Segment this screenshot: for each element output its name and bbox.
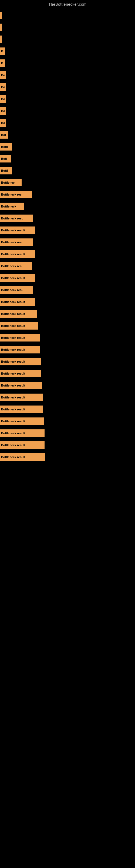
bar-label: Bottleneck res	[0, 262, 32, 270]
bar-row: Bottleneck	[0, 201, 135, 212]
bar-label: Bottleneck result	[0, 250, 35, 258]
bar-row: Bottleneck result	[0, 297, 135, 307]
bar-row: Bottleneck result	[0, 368, 135, 379]
bar-label: B	[0, 59, 5, 67]
bar-row: Bottl	[0, 165, 135, 176]
bar-label: Bottleneck result	[0, 226, 35, 234]
bar-row: Bottleneck result	[0, 333, 135, 343]
bar-label: Bottleneck result	[0, 274, 35, 282]
bar-row: Bo	[0, 82, 135, 92]
bar-row: Bo	[0, 106, 135, 116]
bar-label: Bo	[0, 119, 6, 127]
bar-label: Bottleneck result	[0, 310, 37, 318]
bar-row: Bot	[0, 130, 135, 140]
bar-label: Bottleneck res	[0, 191, 32, 198]
bar-label	[0, 12, 2, 19]
bar-row: Bottleneck resu	[0, 285, 135, 295]
bar-row: Bo	[0, 118, 135, 128]
bar-label: Bottleneck result	[0, 322, 38, 330]
bar-label: Bottleneck result	[0, 358, 41, 365]
bar-row: Bottleneck result	[0, 428, 135, 438]
bar-row: Bo	[0, 70, 135, 80]
bar-label: Bottleneck result	[0, 346, 40, 353]
bar-row: Bottleneck result	[0, 356, 135, 367]
site-title: TheBottlenecker.com	[0, 0, 135, 8]
bar-row	[0, 22, 135, 33]
bar-label: Bott	[0, 155, 11, 162]
bars-container: BBBoBoBoBoBoBotBottlBottBottlBottlenecBo…	[0, 8, 135, 464]
bar-label: Bottleneck resu	[0, 286, 33, 294]
bar-row: Bo	[0, 94, 135, 104]
bar-row: B	[0, 58, 135, 68]
bar-row	[0, 10, 135, 21]
bar-row: Bottleneck result	[0, 321, 135, 331]
bar-label: B	[0, 48, 5, 55]
bar-row: Bottl	[0, 142, 135, 152]
bar-row: Bottleneck result	[0, 249, 135, 259]
bar-row: Bottleneck result	[0, 440, 135, 450]
bar-row	[0, 34, 135, 44]
bar-label: Bottlenec	[0, 179, 21, 186]
bar-label: Bottleneck resu	[0, 239, 33, 246]
bar-row: Bottleneck result	[0, 309, 135, 319]
bar-label: Bottleneck result	[0, 382, 42, 389]
bar-label: Bottleneck result	[0, 370, 41, 377]
bar-label	[0, 35, 2, 43]
bar-label: Bo	[0, 71, 6, 79]
bar-row: Bottleneck result	[0, 416, 135, 426]
bar-label: Bottleneck result	[0, 334, 40, 341]
bar-label: Bottleneck result	[0, 429, 45, 437]
bar-row: Bottleneck result	[0, 273, 135, 283]
bar-label: Bottleneck resu	[0, 215, 33, 222]
bar-label	[0, 24, 2, 31]
bar-row: Bottlenec	[0, 177, 135, 188]
bar-row: B	[0, 46, 135, 56]
bar-label: Bottleneck result	[0, 298, 35, 306]
bar-label: Bottleneck result	[0, 417, 44, 425]
bar-row: Bottleneck result	[0, 452, 135, 462]
bar-row: Bottleneck res	[0, 261, 135, 271]
bar-label: Bottl	[0, 143, 12, 151]
bar-row: Bottleneck result	[0, 344, 135, 355]
bar-label: Bottl	[0, 167, 12, 175]
bar-row: Bottleneck result	[0, 404, 135, 414]
bar-row: Bott	[0, 154, 135, 164]
bar-label: Bottleneck result	[0, 441, 45, 449]
bar-row: Bottleneck resu	[0, 237, 135, 247]
bar-row: Bottleneck resu	[0, 213, 135, 223]
bar-label: Bo	[0, 95, 6, 103]
bar-row: Bottleneck result	[0, 380, 135, 391]
bar-row: Bottleneck result	[0, 392, 135, 403]
bar-row: Bottleneck result	[0, 225, 135, 236]
bar-label: Bo	[0, 83, 6, 91]
bar-label: Bottleneck	[0, 203, 24, 210]
bar-label: Bottleneck result	[0, 453, 45, 461]
bar-label: Bo	[0, 107, 6, 115]
bar-label: Bot	[0, 131, 8, 138]
bar-label: Bottleneck result	[0, 405, 43, 413]
bar-label: Bottleneck result	[0, 394, 43, 401]
bar-row: Bottleneck res	[0, 189, 135, 199]
